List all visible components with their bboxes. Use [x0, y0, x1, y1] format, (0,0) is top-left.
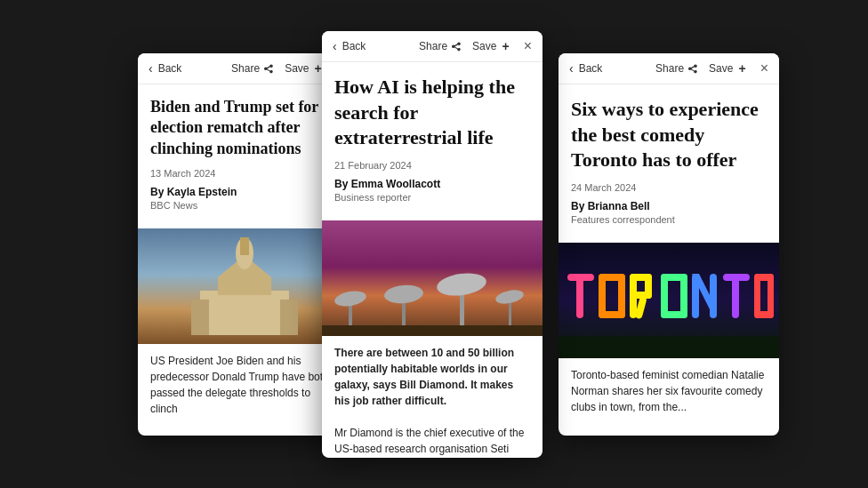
svg-rect-5: [240, 237, 249, 255]
plus-icon-right: +: [738, 61, 745, 76]
left-date: 13 March 2024: [150, 168, 339, 179]
right-image: [559, 243, 779, 358]
svg-rect-17: [322, 325, 542, 336]
svg-rect-6: [191, 300, 209, 335]
right-back-button[interactable]: ‹ Back: [569, 61, 602, 76]
right-author: By Brianna Bell: [571, 200, 767, 212]
center-author: By Emma Woollacott: [334, 178, 530, 190]
right-save-button[interactable]: Save +: [709, 61, 746, 76]
right-author-role: Features correspondent: [571, 214, 767, 225]
share-label-right: Share: [655, 62, 684, 75]
center-toolbar-actions: Share Save + ×: [419, 38, 532, 54]
svg-rect-33: [680, 274, 687, 318]
plus-icon: +: [314, 61, 321, 76]
left-save-button[interactable]: Save +: [285, 61, 322, 76]
center-author-role: Business reporter: [334, 192, 530, 203]
center-save-button[interactable]: Save +: [472, 39, 510, 53]
right-close-button[interactable]: ×: [760, 60, 768, 76]
share-icon: [263, 63, 274, 74]
svg-rect-24: [618, 274, 625, 318]
share-label: Share: [231, 62, 260, 75]
svg-rect-35: [710, 274, 717, 318]
card-left: ‹ Back Share Save + › Biden and Trump se…: [138, 53, 351, 436]
left-back-button[interactable]: ‹ Back: [149, 61, 181, 76]
save-label-center: Save: [472, 40, 496, 52]
center-date: 21 February 2024: [334, 160, 530, 171]
chevron-left-icon-right: ‹: [569, 61, 574, 76]
left-author-role: BBC News: [150, 200, 339, 211]
center-excerpt-bold: There are between 10 and 50 billion pote…: [334, 347, 514, 407]
right-toolbar: ‹ Back Share Save + ×: [559, 53, 779, 84]
center-share-button[interactable]: Share: [419, 40, 462, 52]
svg-rect-38: [732, 274, 739, 318]
right-share-button[interactable]: Share: [655, 62, 698, 75]
share-icon-right: [687, 63, 698, 74]
svg-rect-28: [645, 274, 652, 299]
save-label-right: Save: [709, 62, 733, 75]
svg-rect-1: [200, 291, 289, 335]
right-toolbar-actions: Share Save + ×: [655, 60, 768, 76]
svg-rect-32: [661, 274, 668, 318]
left-excerpt: US President Joe Biden and his predecess…: [138, 344, 351, 426]
svg-rect-41: [754, 274, 760, 318]
left-toolbar: ‹ Back Share Save + ›: [138, 53, 351, 84]
plus-icon-center: +: [502, 39, 509, 53]
svg-rect-23: [599, 274, 606, 318]
center-toolbar: ‹ Back Share Save + ×: [322, 31, 542, 62]
card-center: ‹ Back Share Save + × How AI is helping …: [322, 31, 542, 458]
svg-rect-2: [218, 277, 271, 295]
right-body: Six ways to experience the best comedy T…: [559, 84, 779, 243]
back-label-right: Back: [579, 62, 603, 75]
chevron-left-icon: ‹: [149, 61, 153, 76]
back-label-center: Back: [342, 40, 366, 52]
back-label: Back: [158, 62, 182, 75]
center-excerpt-text: Mr Diamond is the chief executive of the…: [334, 427, 524, 458]
svg-rect-20: [576, 274, 583, 318]
right-date: 24 March 2024: [571, 182, 767, 193]
chevron-left-icon-center: ‹: [333, 39, 337, 53]
center-excerpt: There are between 10 and 50 billion pote…: [322, 336, 542, 458]
left-author: By Kayla Epstein: [150, 186, 339, 198]
center-title: How AI is helping the search for extrate…: [334, 75, 530, 151]
cards-container: ‹ Back Share Save + › Biden and Trump se…: [0, 0, 868, 488]
left-image: [138, 228, 351, 344]
svg-rect-7: [280, 300, 298, 335]
center-image: [322, 220, 542, 336]
left-title: Biden and Trump set for election rematch…: [150, 97, 339, 159]
right-excerpt: Toronto-based feminist comedian Natalie …: [559, 358, 779, 424]
right-title: Six ways to experience the best comedy T…: [571, 97, 767, 173]
svg-rect-43: [559, 336, 779, 358]
svg-rect-42: [768, 274, 774, 318]
save-label: Save: [285, 62, 309, 75]
share-icon-center: [451, 41, 462, 52]
card-right: ‹ Back Share Save + × Six ways to experi…: [559, 53, 779, 436]
left-body: Biden and Trump set for election rematch…: [138, 84, 351, 228]
left-share-button[interactable]: Share: [231, 62, 274, 75]
center-close-button[interactable]: ×: [524, 38, 532, 54]
share-label-center: Share: [419, 40, 447, 52]
center-body: How AI is helping the search for extrate…: [322, 62, 542, 220]
center-back-button[interactable]: ‹ Back: [333, 39, 366, 53]
